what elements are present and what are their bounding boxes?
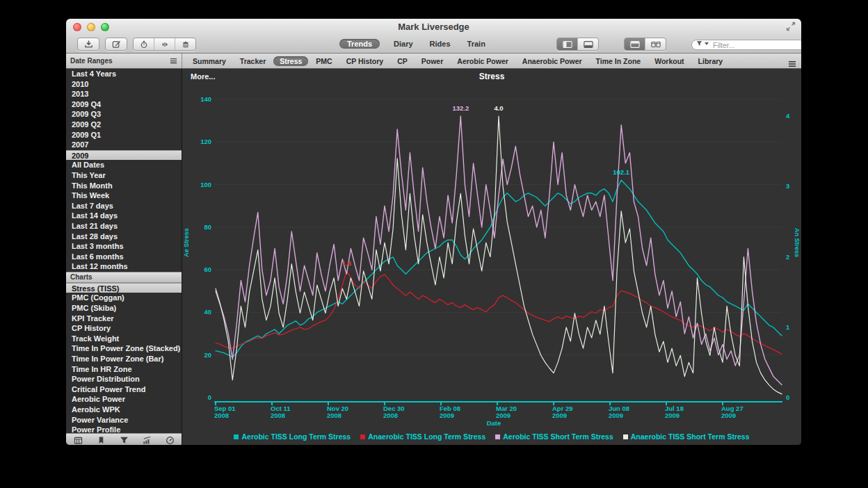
chart-item[interactable]: Time In Power Zone (Stacked) (66, 343, 182, 354)
tab-cp[interactable]: CP (391, 56, 414, 66)
sidebar-bottom-toolbar (66, 433, 182, 445)
tab-stress[interactable]: Stress (273, 56, 308, 66)
chart-item[interactable]: Time In HR Zone (66, 364, 182, 375)
more-link[interactable]: More... (191, 72, 215, 81)
date-range-item[interactable]: Last 6 months (66, 252, 182, 262)
view-tab-rides[interactable]: Rides (427, 39, 453, 49)
sidebar-menu-icon[interactable] (170, 58, 177, 64)
split-icon (160, 40, 170, 49)
legend-label: Aerobic TISS Short Term Stress (503, 432, 613, 441)
date-range-item[interactable]: Last 4 Years (66, 69, 182, 79)
view-tab-trends[interactable]: Trends (339, 39, 380, 49)
tab-aerobic-power[interactable]: Aerobic Power (451, 56, 515, 66)
title-bar[interactable]: Mark Liversedge (66, 19, 801, 35)
tab-library[interactable]: Library (692, 56, 730, 66)
funnel-icon[interactable] (120, 436, 129, 445)
calendar-icon[interactable] (74, 436, 83, 445)
tab-cp-history[interactable]: CP History (340, 56, 390, 66)
chart-item[interactable]: KPI Tracker (66, 314, 182, 324)
chart-item[interactable]: Track Weight (66, 334, 182, 344)
date-range-item[interactable]: All Dates (66, 160, 182, 170)
export-button[interactable] (77, 38, 99, 51)
chart-item[interactable]: Stress (TISS) (66, 283, 182, 293)
charts-section-header[interactable]: Charts (66, 272, 182, 283)
tab-pmc[interactable]: PMC (310, 56, 338, 66)
svg-text:Ae Stress: Ae Stress (183, 228, 190, 257)
app-window: Mark Liversedge TrendsDiaryRidesTrain Da… (66, 19, 801, 445)
panel-left-toggle[interactable] (557, 38, 578, 50)
export-icon (84, 40, 93, 49)
chart-item[interactable]: Time In Power Zone (Bar) (66, 354, 182, 364)
window-title: Mark Liversedge (66, 22, 801, 32)
chart-item[interactable]: Aerobic Power (66, 394, 182, 405)
tab-tracker[interactable]: Tracker (234, 56, 272, 66)
date-range-item[interactable]: 2009 Q4 (66, 99, 182, 110)
funnel-icon (696, 40, 702, 47)
chart-item[interactable]: CP History (66, 323, 182, 334)
date-range-item[interactable]: 2009 Q1 (66, 130, 182, 140)
svg-text:Mar 202009: Mar 202009 (496, 405, 517, 419)
date-range-item[interactable]: 2009 (66, 150, 182, 161)
split-button[interactable] (154, 38, 175, 50)
date-range-item[interactable]: Last 14 days (66, 211, 182, 221)
date-range-item[interactable]: This Week (66, 190, 182, 201)
view-tabbed-toggle[interactable] (645, 38, 666, 50)
toolbar: TrendsDiaryRidesTrain (66, 35, 801, 53)
chart-item[interactable]: PMC (Skiba) (66, 303, 182, 314)
chart-item[interactable]: Power Variance (66, 415, 182, 425)
bars-icon[interactable] (143, 436, 152, 445)
svg-text:Dec 302008: Dec 302008 (383, 405, 405, 419)
tabbar-menu-icon[interactable] (788, 58, 796, 65)
svg-text:4: 4 (786, 112, 790, 120)
date-range-item[interactable]: 2013 (66, 89, 182, 99)
svg-text:60: 60 (204, 266, 211, 273)
chart-item[interactable]: Critical Power Trend (66, 384, 182, 395)
date-range-item[interactable]: Last 28 days (66, 231, 182, 242)
tab-workout[interactable]: Workout (648, 56, 690, 66)
bookmark-icon[interactable] (97, 436, 106, 445)
tab-power[interactable]: Power (415, 56, 450, 66)
legend-item: Aerobic TISS Long Term Stress (234, 432, 351, 441)
svg-text:40: 40 (204, 308, 211, 316)
chart-item[interactable]: Power Distribution (66, 374, 182, 384)
view-tab-train[interactable]: Train (465, 39, 488, 49)
date-range-item[interactable]: 2007 (66, 140, 182, 150)
date-range-item[interactable]: 2009 Q2 (66, 120, 182, 130)
filter-funnel-icon[interactable] (696, 40, 709, 47)
panel-bottom-toggle[interactable] (578, 38, 598, 50)
stopwatch-button[interactable] (134, 38, 154, 50)
svg-text:132.2: 132.2 (452, 104, 469, 112)
chart-item[interactable]: Aerobic WPK (66, 405, 182, 415)
stress-chart: Sep 012008Oct 112008Nov 202008Dec 302008… (182, 69, 801, 445)
gauge-icon[interactable] (166, 436, 175, 445)
date-range-item[interactable]: Last 3 months (66, 241, 182, 252)
date-range-item[interactable]: 2009 Q3 (66, 109, 182, 120)
charts-header-label: Charts (70, 273, 93, 281)
date-range-item[interactable]: Last 7 days (66, 201, 182, 211)
date-range-item[interactable]: This Month (66, 181, 182, 191)
svg-text:140: 140 (200, 95, 211, 103)
panel-left-icon (563, 40, 572, 49)
legend-swatch (360, 434, 365, 439)
tab-anaerobic-power[interactable]: Anaerobic Power (516, 56, 588, 66)
date-range-item[interactable]: 2010 (66, 79, 182, 90)
date-range-item[interactable]: Last 12 months (66, 261, 182, 272)
trash-button[interactable] (175, 38, 195, 50)
date-range-item[interactable]: Last 21 days (66, 221, 182, 231)
legend-swatch (623, 434, 628, 439)
tab-summary[interactable]: Summary (186, 56, 232, 66)
fullscreen-icon[interactable] (786, 22, 796, 31)
chart-item[interactable]: PMC (Coggan) (66, 293, 182, 303)
compose-button[interactable] (105, 38, 127, 51)
view-tab-diary[interactable]: Diary (391, 39, 416, 49)
svg-text:80: 80 (204, 223, 211, 231)
svg-text:1.8: 1.8 (342, 259, 351, 267)
legend-swatch (234, 434, 239, 439)
panel-bottom-icon (584, 40, 593, 49)
date-ranges-header[interactable]: Date Ranges (66, 54, 182, 68)
svg-text:0: 0 (208, 393, 211, 401)
tab-time-in-zone[interactable]: Time In Zone (590, 56, 648, 66)
stopwatch-icon (139, 40, 149, 49)
view-tiled-toggle[interactable] (625, 38, 645, 50)
date-range-item[interactable]: This Year (66, 170, 182, 181)
